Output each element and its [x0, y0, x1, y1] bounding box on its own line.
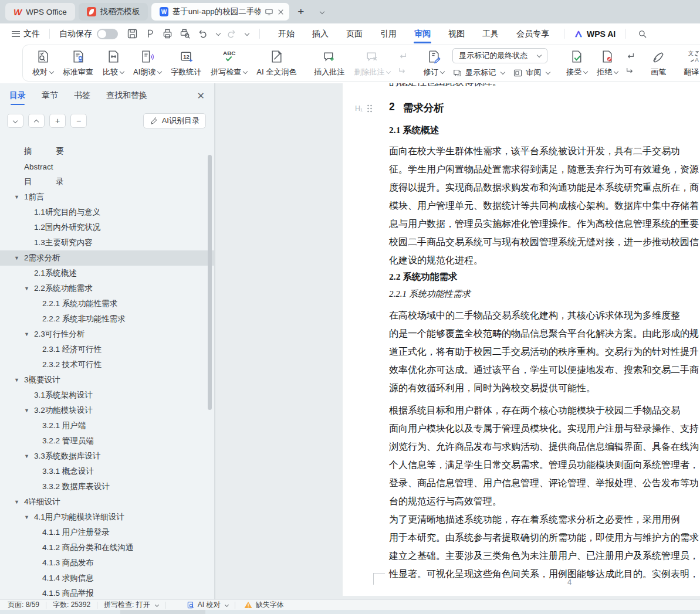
toc-item[interactable]: ▼ 4详细设计 [0, 494, 214, 510]
accept-change-button[interactable]: 接受 [562, 49, 592, 77]
translate-button[interactable]: 文A 翻译 [679, 49, 700, 77]
toc-item[interactable]: ▼ 3.3系统数据库设计 [0, 449, 214, 464]
page-indicator[interactable]: 页面: 8/59 [8, 600, 39, 610]
toc-expand-arrow[interactable]: ▼ [14, 499, 24, 505]
tab-list-dropdown[interactable] [312, 6, 330, 17]
menu-tab[interactable]: 审阅 [405, 23, 439, 44]
missing-font-warning[interactable]: 缺失字体 [244, 600, 283, 610]
toc-expand-arrow[interactable]: ▼ [24, 331, 34, 337]
toc-expand-down-button[interactable] [7, 114, 23, 128]
close-sidebar-icon[interactable]: ✕ [197, 90, 205, 101]
toc-item[interactable]: ▼ 1.3主要研究内容 [0, 235, 214, 250]
toc-item[interactable]: ▼ 摘 要 [0, 144, 214, 159]
toc-item[interactable]: ▼ 2.2系统功能需求 [0, 281, 214, 296]
insert-comment-button[interactable]: 插入批注 [309, 49, 349, 77]
toc-item[interactable]: ▼ 2.2.1 系统功能性需求 [0, 296, 214, 311]
previous-change-icon[interactable] [625, 51, 635, 60]
drag-handle-icon[interactable] [367, 104, 373, 113]
toc-item[interactable]: ▼ 2.2.2 系统非功能性需求 [0, 311, 214, 327]
toc-item[interactable]: ▼ 3.1系统架构设计 [0, 388, 214, 403]
toc-item[interactable]: ▼ 4.1.1 用户注册登录 [0, 525, 214, 540]
toc-expand-arrow[interactable]: ▼ [24, 514, 34, 520]
review-pane-button[interactable]: 审阅 [513, 67, 550, 78]
next-change-icon[interactable] [625, 66, 635, 75]
ai-recognize-toc-button[interactable]: AI识别目录 [143, 113, 206, 128]
pen-button[interactable]: 画笔 [646, 49, 671, 77]
tab-docer-templates[interactable]: 找稻壳模板 [79, 3, 148, 21]
new-tab-button[interactable]: + [293, 5, 309, 18]
toc-expand-arrow[interactable]: ▼ [24, 408, 34, 413]
toc-item[interactable]: ▼ 2.3.1 经济可行性 [0, 342, 214, 357]
toc-item[interactable]: ▼ 3.3.1 概念设计 [0, 464, 214, 479]
tab-chapters[interactable]: 章节 [42, 83, 58, 108]
menu-tab[interactable]: 引用 [371, 23, 405, 44]
toc-item[interactable]: ▼ 2需求分析 [0, 250, 214, 266]
toc-collapse-up-button[interactable] [28, 114, 45, 128]
toc-item[interactable]: ▼ 3概要设计 [0, 372, 214, 388]
autosave-toggle[interactable] [97, 29, 118, 39]
spell-check-button[interactable]: ABC 拼写检查 [206, 49, 252, 77]
toc-item[interactable]: ▼ 2.1系统概述 [0, 266, 214, 281]
toc-item[interactable]: ▼ 3.3.2 数据库表设计 [0, 479, 214, 494]
close-tab-icon[interactable] [277, 8, 285, 16]
toc-expand-arrow[interactable]: ▼ [14, 255, 24, 261]
word-count-indicator[interactable]: 字数: 25392 [53, 600, 90, 610]
toc-item[interactable]: ▼ 1.2国内外研究状况 [0, 220, 214, 235]
undo-dropdown[interactable] [216, 30, 221, 35]
toc-item[interactable]: ▼ 1前言 [0, 189, 214, 205]
tab-contents[interactable]: 目录 [9, 83, 26, 108]
toc-expand-arrow[interactable]: ▼ [24, 286, 34, 291]
toc-item[interactable]: ▼ 4.1.3 商品发布 [0, 555, 214, 571]
spell-check-status[interactable]: 拼写检查: 打开 [104, 600, 158, 610]
reject-change-button[interactable]: 拒绝 [592, 49, 623, 77]
search-icon[interactable] [631, 29, 654, 39]
toc-item[interactable]: ▼ 4.1用户功能模块详细设计 [0, 510, 214, 525]
file-menu-button[interactable]: 文件 [8, 29, 43, 39]
menu-tab[interactable]: 页面 [337, 23, 371, 44]
ai-proofread-button[interactable]: AI 校对 [187, 600, 229, 610]
track-changes-button[interactable]: 修订 [418, 49, 449, 77]
tab-find-replace[interactable]: 查找和替换 [106, 83, 147, 108]
compare-button[interactable]: 比较 [98, 49, 128, 77]
print-preview-icon[interactable] [179, 28, 191, 40]
screen-share-icon[interactable] [265, 8, 273, 16]
tab-wps-office[interactable]: W WPS Office [5, 3, 75, 21]
menu-tab[interactable]: 工具 [474, 23, 508, 44]
menu-tab[interactable]: 开始 [269, 23, 303, 44]
toc-item[interactable]: ▼ 2.3.2 技术可行性 [0, 357, 214, 372]
toc-item[interactable]: ▼ 3.2.2 管理员端 [0, 433, 214, 449]
word-count-button[interactable]: 12 字数统计 [166, 49, 206, 77]
ai-polish-button[interactable]: AI 全文润色 [252, 49, 301, 77]
toc-item[interactable]: ▼ 目 录 [0, 174, 214, 189]
toc-item[interactable]: ▼ Abstract [0, 159, 214, 174]
save-icon[interactable] [126, 28, 138, 40]
tab-bookmarks[interactable]: 书签 [74, 83, 90, 108]
toc-item[interactable]: ▼ 3.2.1 用户端 [0, 418, 214, 433]
toc-item[interactable]: ▼ 4.1.2 商品分类和在线沟通 [0, 540, 214, 555]
toc-expand-all-button[interactable]: + [49, 114, 66, 128]
undo-icon[interactable] [197, 28, 209, 40]
tab-document-active[interactable]: W 基于uni-app的校园二手物品 [151, 3, 289, 21]
standard-review-button[interactable]: 标准审查 [58, 49, 98, 77]
toc-item[interactable]: ▼ 3.2功能模块设计 [0, 403, 214, 418]
proofread-button[interactable]: 校对 [28, 49, 58, 77]
quick-access-dropdown[interactable] [245, 30, 249, 35]
markup-state-select[interactable]: 显示标记的最终状态 [452, 48, 547, 63]
menu-tab[interactable]: 会员专享 [508, 23, 558, 44]
print-icon[interactable] [161, 28, 174, 40]
toc-item[interactable]: ▼ 1.1研究目的与意义 [0, 205, 214, 220]
document-page[interactable]: 的稳定性也由此获得保障。 H₁ 2 需求分析 2.1 系统概述 面向在校大学生群… [343, 83, 700, 596]
toc-expand-arrow[interactable]: ▼ [24, 453, 34, 459]
toc-item[interactable]: ▼ 4.1.5 商品举报 [0, 586, 214, 599]
toc-item[interactable]: ▼ 4.1.4 求购信息 [0, 571, 214, 586]
sidebar-scrollbar[interactable] [208, 155, 212, 410]
menu-tab[interactable]: 视图 [439, 23, 474, 44]
toc-expand-arrow[interactable]: ▼ [14, 194, 24, 200]
toc-collapse-all-button[interactable]: − [70, 114, 87, 128]
menu-tab[interactable]: 插入 [303, 23, 337, 44]
toc-item[interactable]: ▼ 2.3可行性分析 [0, 327, 214, 342]
output-pdf-icon[interactable] [144, 28, 156, 40]
show-markup-button[interactable]: 显示标记 [452, 67, 505, 78]
toc-expand-arrow[interactable]: ▼ [14, 377, 24, 383]
wps-ai-button[interactable]: WPS AI [570, 29, 619, 39]
